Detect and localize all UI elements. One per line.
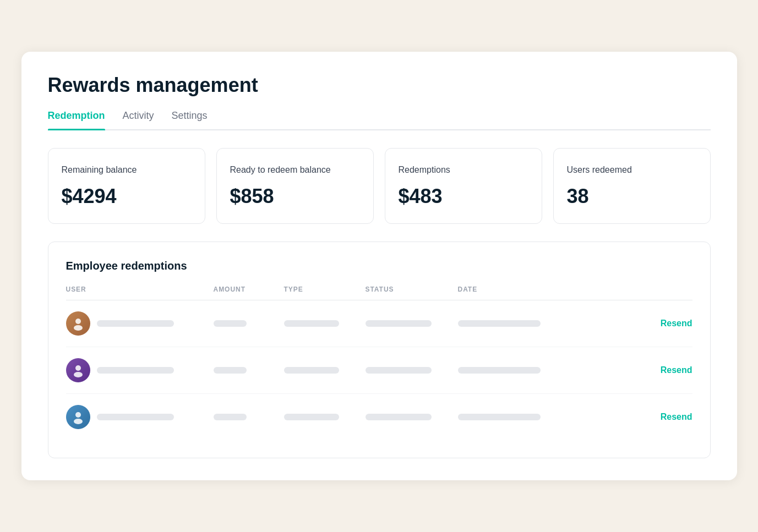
type-cell-2 — [284, 367, 361, 374]
tab-settings[interactable]: Settings — [172, 110, 208, 129]
user-cell-2 — [66, 358, 209, 382]
date-cell-2 — [458, 367, 557, 374]
status-cell-3 — [366, 414, 454, 420]
svg-point-3 — [74, 372, 83, 377]
resend-button-2[interactable]: Resend — [561, 365, 692, 375]
date-cell-3 — [458, 414, 557, 420]
tabs-nav: Redemption Activity Settings — [48, 110, 711, 130]
stat-card-ready-to-redeem: Ready to redeem balance $858 — [216, 148, 374, 224]
stat-label-ready-to-redeem: Ready to redeem balance — [230, 164, 360, 176]
skeleton-name-3 — [97, 414, 174, 420]
user-cell-1 — [66, 311, 209, 336]
avatar-1 — [66, 311, 90, 336]
stats-grid: Remaining balance $4294 Ready to redeem … — [48, 148, 711, 224]
stat-label-remaining-balance: Remaining balance — [62, 164, 192, 176]
col-header-type: TYPE — [284, 286, 361, 293]
amount-cell-3 — [214, 414, 280, 420]
svg-point-0 — [75, 319, 81, 324]
table-row: Resend — [66, 347, 692, 394]
svg-point-2 — [75, 365, 81, 371]
tab-redemption[interactable]: Redemption — [48, 110, 105, 129]
type-cell-1 — [284, 320, 361, 327]
resend-button-1[interactable]: Resend — [561, 319, 692, 328]
col-header-action — [561, 286, 692, 293]
stat-card-users-redeemed: Users redeemed 38 — [553, 148, 711, 224]
amount-cell-2 — [214, 367, 280, 374]
stat-label-users-redeemed: Users redeemed — [567, 164, 697, 176]
stat-label-redemptions: Redemptions — [399, 164, 528, 176]
status-cell-1 — [366, 320, 454, 327]
amount-cell-1 — [214, 320, 280, 327]
avatar-2 — [66, 358, 90, 382]
table-header: USER AMOUNT TYPE STATUS DATE — [66, 286, 692, 300]
stat-value-remaining-balance: $4294 — [62, 185, 192, 208]
stat-value-redemptions: $483 — [399, 185, 528, 208]
col-header-status: STATUS — [366, 286, 454, 293]
status-cell-2 — [366, 367, 454, 374]
resend-button-3[interactable]: Resend — [561, 412, 692, 422]
person-icon-1 — [70, 316, 86, 331]
table-row: Resend — [66, 394, 692, 440]
type-cell-3 — [284, 414, 361, 420]
table-row: Resend — [66, 300, 692, 347]
employee-redemptions-card: Employee redemptions USER AMOUNT TYPE ST… — [48, 242, 711, 458]
skeleton-name-1 — [97, 320, 174, 327]
col-header-user: USER — [66, 286, 209, 293]
stat-value-users-redeemed: 38 — [567, 185, 697, 208]
user-cell-3 — [66, 405, 209, 429]
person-icon-3 — [70, 409, 86, 425]
stat-value-ready-to-redeem: $858 — [230, 185, 360, 208]
table-title: Employee redemptions — [66, 260, 692, 272]
person-icon-2 — [70, 363, 86, 378]
page-container: Rewards management Redemption Activity S… — [21, 52, 737, 480]
svg-point-5 — [74, 419, 83, 424]
svg-point-1 — [74, 325, 83, 331]
svg-point-4 — [75, 412, 81, 418]
col-header-date: DATE — [458, 286, 557, 293]
page-title: Rewards management — [48, 74, 711, 97]
date-cell-1 — [458, 320, 557, 327]
skeleton-name-2 — [97, 367, 174, 374]
tab-activity[interactable]: Activity — [123, 110, 154, 129]
stat-card-redemptions: Redemptions $483 — [385, 148, 542, 224]
col-header-amount: AMOUNT — [214, 286, 280, 293]
avatar-3 — [66, 405, 90, 429]
stat-card-remaining-balance: Remaining balance $4294 — [48, 148, 205, 224]
